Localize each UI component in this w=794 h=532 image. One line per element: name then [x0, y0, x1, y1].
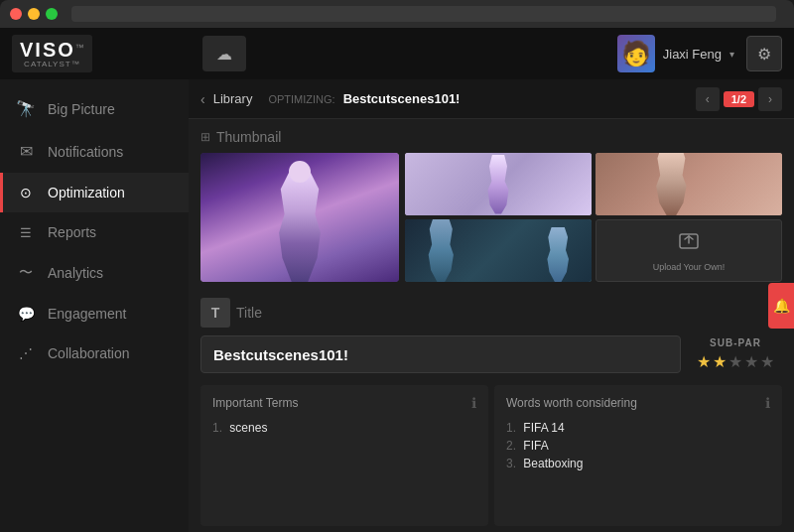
thumbnail-main[interactable]: [200, 153, 399, 282]
title-input-row: SUB-PAR ★ ★ ★ ★ ★: [200, 335, 782, 373]
logo-tm: ™: [75, 43, 84, 53]
sidebar-item-notifications[interactable]: ✉ Notifications: [0, 130, 189, 173]
title-section-icon: T: [200, 298, 230, 328]
words-worth-box: Words worth considering ℹ 1. FIFA 14 2. …: [494, 385, 782, 526]
sidebar-item-engagement[interactable]: 💬 Engagement: [0, 294, 189, 333]
sidebar-label-optimization: Optimization: [48, 185, 125, 200]
app-shell: VISO™ CATALYST™ ☁ 🧑 Jiaxi Feng ▾ ⚙ 🔭 Big…: [0, 28, 794, 532]
upload-cloud-icon: ☁: [216, 45, 232, 64]
avatar: 🧑: [617, 35, 655, 72]
sidebar-item-analytics[interactable]: 〜 Analytics: [0, 252, 189, 294]
important-terms-info-icon: ℹ: [471, 395, 476, 411]
upload-own-thumbnail[interactable]: Upload Your Own!: [596, 219, 782, 282]
traffic-light-green[interactable]: [46, 8, 58, 20]
sidebar-label-analytics: Analytics: [48, 265, 103, 281]
page-prev-button[interactable]: ‹: [696, 87, 720, 111]
words-worth-info-icon: ℹ: [765, 395, 770, 411]
user-chevron-icon[interactable]: ▾: [729, 49, 734, 60]
thumbnail-small-2[interactable]: [596, 153, 782, 215]
page-indicator: 1/2: [724, 91, 754, 107]
content-top-bar: ‹ Library OPTIMIZING: Bestcutscenes101! …: [189, 79, 794, 119]
list-item: 1. FIFA 14: [506, 419, 770, 437]
upload-own-label: Upload Your Own!: [653, 262, 726, 272]
sidebar-item-optimization[interactable]: ⊙ Optimization: [0, 173, 189, 212]
address-bar: [71, 6, 776, 22]
star-5: ★: [760, 352, 774, 371]
thumbnail-section: ⊞ Thumbnail: [189, 119, 794, 288]
terms-section: Important Terms ℹ 1. scenes Words worth …: [189, 379, 794, 532]
optimization-icon: ⊙: [16, 185, 36, 200]
sidebar-label-big-picture: Big Picture: [48, 101, 115, 117]
list-item: 1. scenes: [212, 419, 476, 437]
window-chrome: [0, 0, 794, 28]
sidebar-label-notifications: Notifications: [48, 144, 123, 160]
sidebar-label-reports: Reports: [48, 224, 96, 240]
star-3: ★: [728, 352, 742, 371]
upload-button[interactable]: ☁: [202, 36, 246, 71]
logo-catalyst: CATALYST™: [20, 60, 84, 68]
collaboration-icon: ⋰: [16, 345, 36, 361]
content-area: ‹ Library OPTIMIZING: Bestcutscenes101! …: [189, 79, 794, 532]
logo-area: VISO™ CATALYST™: [12, 35, 191, 72]
side-float-icon: 🔔: [773, 298, 790, 314]
sidebar: 🔭 Big Picture ✉ Notifications ⊙ Optimiza…: [0, 79, 189, 532]
library-label: Library: [213, 91, 253, 106]
logo-box: VISO™ CATALYST™: [12, 35, 92, 72]
engagement-icon: 💬: [16, 306, 36, 322]
word-num-2: 2.: [506, 439, 516, 453]
thumbnail-section-header: ⊞ Thumbnail: [200, 129, 782, 145]
important-terms-header: Important Terms ℹ: [212, 395, 476, 411]
gear-button[interactable]: ⚙: [746, 36, 782, 71]
title-section: T Title SUB-PAR ★ ★ ★ ★ ★: [189, 288, 794, 379]
big-picture-icon: 🔭: [16, 99, 36, 118]
sidebar-label-collaboration: Collaboration: [48, 345, 130, 361]
sidebar-item-collaboration[interactable]: ⋰ Collaboration: [0, 333, 189, 373]
important-terms-list: 1. scenes: [212, 419, 476, 437]
sidebar-label-engagement: Engagement: [48, 306, 126, 322]
term-word-1: scenes: [229, 421, 267, 435]
optimizing-prefix: OPTIMIZING:: [268, 93, 334, 105]
word-3: Beatboxing: [523, 457, 583, 470]
sidebar-item-big-picture[interactable]: 🔭 Big Picture: [0, 87, 189, 130]
optimizing-name: Bestcutscenes101!: [343, 91, 461, 106]
sidebar-item-reports[interactable]: ☰ Reports: [0, 212, 189, 252]
back-button[interactable]: ‹: [200, 91, 205, 107]
title-input[interactable]: [200, 335, 681, 373]
upload-icon: [677, 229, 701, 258]
list-item: 2. FIFA: [506, 437, 770, 455]
important-terms-box: Important Terms ℹ 1. scenes: [200, 385, 488, 526]
notifications-icon: ✉: [16, 142, 36, 161]
thumbnail-small-1[interactable]: [405, 153, 592, 215]
thumbnail-small-3[interactable]: [405, 219, 592, 282]
traffic-light-red[interactable]: [10, 8, 22, 20]
word-num-1: 1.: [506, 421, 516, 435]
avatar-icon: 🧑: [621, 40, 651, 67]
word-num-3: 3.: [506, 457, 516, 470]
side-float-button[interactable]: 🔔: [768, 283, 794, 329]
logo-viso: VISO: [20, 39, 75, 61]
thumbnail-grid: Upload Your Own!: [200, 153, 782, 282]
analytics-icon: 〜: [16, 264, 36, 282]
user-area: 🧑 Jiaxi Feng ▾: [617, 35, 734, 72]
star-1: ★: [697, 352, 711, 371]
word-1: FIFA 14: [523, 421, 564, 435]
stars-container: ★ ★ ★ ★ ★: [697, 352, 774, 371]
reports-icon: ☰: [16, 225, 36, 240]
list-item: 3. Beatboxing: [506, 455, 770, 472]
gear-icon: ⚙: [757, 45, 771, 64]
title-section-header: T Title: [200, 298, 782, 328]
words-worth-title: Words worth considering: [506, 396, 637, 410]
page-nav: ‹ 1/2 ›: [696, 87, 782, 111]
page-next-button[interactable]: ›: [758, 87, 782, 111]
title-section-label: Title: [236, 305, 262, 321]
words-worth-header: Words worth considering ℹ: [506, 395, 770, 411]
traffic-light-yellow[interactable]: [28, 8, 40, 20]
rating-label: SUB-PAR: [710, 337, 761, 348]
thumb-main-image: [200, 153, 399, 282]
thumbnail-section-title: Thumbnail: [216, 129, 281, 145]
thumbnail-grid-right: Upload Your Own!: [405, 153, 782, 282]
words-worth-list: 1. FIFA 14 2. FIFA 3. Beatboxing: [506, 419, 770, 472]
rating-area: SUB-PAR ★ ★ ★ ★ ★: [689, 337, 782, 371]
term-num-1: 1.: [212, 421, 222, 435]
thumbnail-section-icon: ⊞: [200, 130, 210, 144]
